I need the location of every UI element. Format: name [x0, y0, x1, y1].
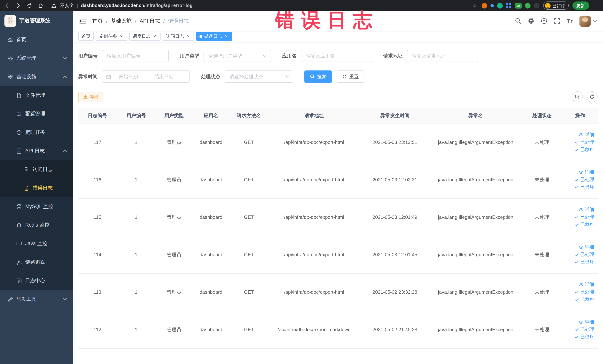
sidebar-item-config[interactable]: 配置管理: [0, 105, 73, 123]
filter-user-type: 用户类型 请选择用户类型: [180, 50, 271, 62]
tab-access-log[interactable]: 访问日志×: [163, 32, 194, 41]
filter-label: 处理状态: [201, 73, 220, 80]
action-detail-link[interactable]: 详细: [579, 282, 594, 288]
breadcrumb-item[interactable]: API 日志: [140, 18, 160, 24]
cell-status: 未处理: [522, 124, 562, 161]
sidebar-logo[interactable]: 芋道管理系统: [0, 11, 73, 30]
bookmark-star-icon[interactable]: ☆: [471, 2, 478, 9]
extension-icon[interactable]: [490, 4, 494, 7]
action-detail-link[interactable]: 详细: [579, 244, 594, 250]
browser-update-button[interactable]: 更新: [572, 1, 589, 10]
tab-timed-task[interactable]: 定时任务×: [96, 32, 127, 41]
sidebar-item-infra[interactable]: 基础设施: [0, 68, 73, 86]
column-header: 异常名: [430, 108, 521, 124]
sidebar-item-trace[interactable]: 链路追踪: [0, 253, 73, 271]
action-detail-link[interactable]: 详细: [579, 132, 594, 138]
sidebar-item-home[interactable]: 首页: [0, 30, 73, 49]
cell-actions: 详细已处理已忽略: [562, 124, 598, 161]
breadcrumb-item[interactable]: 首页: [92, 18, 103, 24]
sidebar-item-access-log[interactable]: 访问日志: [0, 160, 73, 179]
home-icon: [7, 37, 13, 42]
action-processed-link[interactable]: 已处理: [574, 289, 594, 295]
action-label: 已处理: [580, 251, 594, 258]
paused-badge[interactable]: 已暂停: [543, 1, 568, 10]
extension-icon[interactable]: [482, 3, 487, 8]
sidebar-item-system[interactable]: 系统管理: [0, 49, 73, 68]
sidebar-item-label: 基础设施: [16, 73, 36, 80]
tab-home[interactable]: 首页: [78, 32, 94, 41]
forward-button[interactable]: [15, 2, 22, 9]
action-label: 详细: [585, 132, 594, 138]
action-processed-link[interactable]: 已处理: [574, 251, 594, 258]
sidebar-item-task[interactable]: 定时任务: [0, 123, 73, 142]
action-detail-link[interactable]: 详细: [579, 207, 594, 213]
close-icon[interactable]: ×: [152, 34, 157, 39]
file-icon: [16, 93, 22, 98]
tab-schedule-log[interactable]: 调度日志×: [129, 32, 161, 41]
sidebar-item-java[interactable]: Java 监控: [0, 234, 73, 253]
action-detail-link[interactable]: 详细: [579, 169, 594, 176]
search-toggle-button[interactable]: [572, 91, 583, 102]
reset-button[interactable]: 重置: [337, 70, 364, 83]
user-id-input[interactable]: [102, 50, 169, 62]
github-icon[interactable]: [528, 18, 534, 24]
fullscreen-icon[interactable]: [554, 18, 560, 24]
action-processed-link[interactable]: 已处理: [574, 139, 594, 145]
breadcrumb-item[interactable]: 基础设施: [111, 18, 132, 24]
sidebar-item-api-log[interactable]: API 日志: [0, 142, 73, 160]
sidebar-item-file[interactable]: 文件管理: [0, 86, 73, 105]
extension-icon[interactable]: [534, 3, 539, 8]
start-date-input[interactable]: [114, 74, 143, 79]
extension-icon[interactable]: [506, 3, 512, 8]
sidebar-item-mysql[interactable]: MySQL 监控: [0, 197, 73, 216]
action-detail-link[interactable]: 详细: [579, 319, 594, 325]
cell-app-name: dashboard: [193, 124, 230, 161]
app-name-input[interactable]: [301, 50, 372, 62]
help-icon[interactable]: ?: [541, 18, 547, 24]
extension-icon[interactable]: [525, 3, 531, 8]
action-processed-link[interactable]: 已处理: [574, 214, 594, 220]
select-placeholder: 请选择用户类型: [208, 52, 263, 59]
hamburger-icon[interactable]: [79, 17, 86, 25]
breadcrumb-separator: /: [106, 18, 107, 24]
address-bar[interactable]: 不安全 | dashboard.yudao.iocoder.cn/infra/l…: [50, 2, 467, 9]
back-button[interactable]: [4, 2, 10, 9]
action-ignored-link[interactable]: 已忽略: [574, 184, 594, 190]
sidebar-item-redis[interactable]: Redis 监控: [0, 216, 73, 234]
table-row: 1131管理员dashboardGET/api/infra/db-doc/exp…: [78, 273, 598, 311]
reload-button[interactable]: [26, 2, 33, 9]
search-icon[interactable]: [515, 18, 522, 24]
action-processed-link[interactable]: 已处理: [574, 176, 594, 183]
action-ignored-link[interactable]: 已忽略: [574, 221, 594, 228]
close-icon[interactable]: ×: [186, 34, 191, 39]
close-icon[interactable]: ×: [224, 34, 229, 39]
export-button[interactable]: 导出: [78, 91, 104, 102]
column-header: 请求地址: [268, 108, 360, 124]
search-button[interactable]: 搜索: [304, 70, 332, 83]
home-button[interactable]: [37, 2, 44, 9]
browser-menu-icon[interactable]: ⋮: [593, 3, 599, 9]
end-date-input[interactable]: [150, 74, 178, 79]
tab-error-log[interactable]: 错误日志×: [196, 32, 232, 41]
action-ignored-link[interactable]: 已忽略: [574, 334, 594, 340]
sidebar-item-error-log[interactable]: 错误日志: [0, 179, 73, 197]
request-url-input[interactable]: [407, 50, 478, 62]
user-type-select[interactable]: 请选择用户类型: [204, 50, 271, 62]
process-status-select[interactable]: 请选择处理状态: [225, 70, 293, 83]
action-ignored-link[interactable]: 已忽略: [574, 296, 594, 303]
filter-process-status: 处理状态 请选择处理状态: [201, 70, 293, 83]
close-icon[interactable]: ×: [119, 34, 124, 39]
extension-icon[interactable]: on: [515, 3, 522, 8]
sidebar-item-dev-tools[interactable]: 研发工具: [0, 290, 73, 309]
user-menu[interactable]: [580, 15, 597, 26]
action-processed-link[interactable]: 已处理: [574, 326, 594, 333]
font-size-icon[interactable]: TT: [567, 18, 573, 24]
cell-exception: java.lang.IllegalArgumentException: [430, 311, 521, 348]
sidebar-item-log-center[interactable]: 日志中心: [0, 271, 73, 290]
action-ignored-link[interactable]: 已忽略: [574, 259, 594, 265]
exception-time-range[interactable]: -: [102, 70, 190, 83]
action-ignored-link[interactable]: 已忽略: [574, 146, 594, 153]
refresh-table-button[interactable]: [587, 91, 598, 102]
extension-icon[interactable]: [497, 3, 503, 8]
tab-label: 调度日志: [133, 33, 151, 39]
